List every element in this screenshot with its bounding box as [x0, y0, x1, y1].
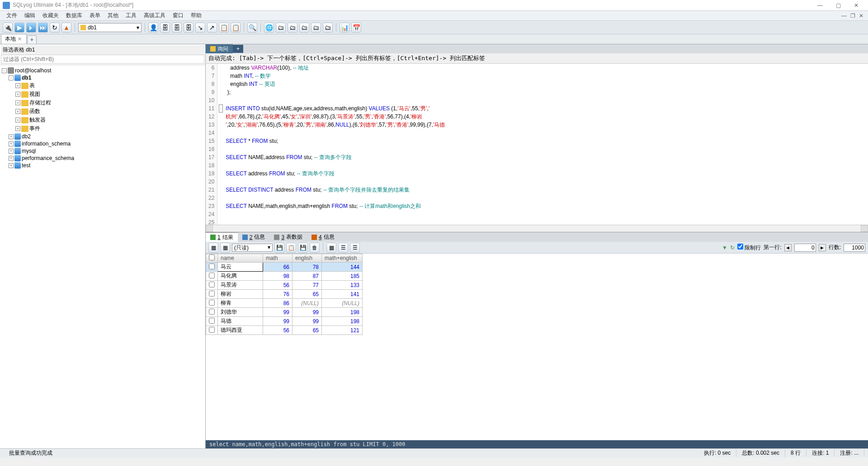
table-row[interactable]: 德玛西亚5665121	[206, 326, 363, 335]
tool-btn-13[interactable]: 🗂	[311, 23, 321, 33]
prev-page-button[interactable]: ◀	[784, 244, 792, 251]
first-row-input[interactable]	[794, 244, 816, 252]
tree-toggle-icon[interactable]: +	[15, 126, 20, 131]
row-checkbox[interactable]	[209, 264, 215, 269]
database-select[interactable]: db1 ▾	[78, 23, 142, 32]
grid-btn-2[interactable]: ▦	[220, 243, 230, 253]
stop-button[interactable]: ▲	[61, 23, 71, 33]
rows-input[interactable]	[844, 244, 865, 252]
view-text-btn[interactable]: ☰	[350, 243, 360, 253]
tool-btn-2[interactable]: 🗄	[172, 23, 182, 33]
tree-toggle-icon[interactable]: +	[15, 83, 20, 88]
tool-btn-6[interactable]: 📋	[219, 23, 229, 33]
filter-icon[interactable]: ▼	[722, 245, 727, 251]
maximize-button[interactable]: ▢	[829, 1, 847, 10]
tree-item[interactable]: + 存储过程	[0, 99, 205, 107]
menu-高级工具[interactable]: 高级工具	[140, 11, 169, 19]
row-checkbox[interactable]	[209, 300, 215, 306]
refresh-icon[interactable]: ↻	[730, 245, 735, 251]
tree-toggle-icon[interactable]: +	[15, 109, 20, 114]
tree-toggle-icon[interactable]: +	[9, 141, 14, 146]
table-row[interactable]: 柳岩7665141	[206, 290, 363, 299]
tree-item[interactable]: + db2	[0, 133, 205, 140]
new-connection-button[interactable]: 🔌	[3, 23, 13, 33]
delete-btn[interactable]: 🗑	[310, 243, 320, 253]
table-row[interactable]: 马化腾9887185	[206, 272, 363, 281]
menu-工具[interactable]: 工具	[122, 11, 140, 19]
child-restore-icon[interactable]: ❐	[849, 13, 857, 19]
tree-item[interactable]: + 表	[0, 81, 205, 90]
editor-hscrollbar[interactable]	[206, 225, 868, 232]
result-tab-3[interactable]: 3 表数据	[269, 232, 307, 242]
row-checkbox[interactable]	[209, 273, 215, 278]
tool-btn-4[interactable]: ↘	[195, 23, 205, 33]
minimize-button[interactable]: —	[811, 1, 829, 10]
grid-btn-1[interactable]: ▦	[208, 243, 218, 253]
tree-toggle-icon[interactable]: +	[15, 118, 20, 122]
connection-tab[interactable]: 本地 ✕	[1, 34, 27, 44]
tree-toggle-icon[interactable]: +	[15, 92, 20, 97]
table-row[interactable]: 马景涛5677133	[206, 281, 363, 290]
menu-数据库[interactable]: 数据库	[62, 11, 86, 19]
export-btn[interactable]: 💾	[274, 243, 284, 253]
tree-item[interactable]: - root@localhost	[0, 67, 205, 74]
tree-toggle-icon[interactable]: +	[9, 134, 14, 139]
tool-btn-9[interactable]: 🌐	[264, 23, 274, 33]
tool-btn-7[interactable]: 📋	[231, 23, 241, 33]
tool-btn-16[interactable]: 📅	[351, 23, 361, 33]
select-all-checkbox[interactable]	[209, 254, 215, 260]
sql-editor[interactable]: 678910111213141516171819202122232425 - a…	[206, 64, 868, 225]
tool-btn-11[interactable]: 🗂	[288, 23, 297, 33]
tool-btn-12[interactable]: 🗂	[299, 23, 309, 33]
tool-btn-5[interactable]: ↗	[207, 23, 217, 33]
row-checkbox[interactable]	[209, 282, 215, 287]
tree-item[interactable]: + mysql	[0, 147, 205, 155]
tree-toggle-icon[interactable]: +	[9, 163, 14, 168]
tree-toggle-icon[interactable]: +	[9, 156, 14, 161]
limit-checkbox[interactable]: 限制行	[737, 244, 761, 252]
tree-item[interactable]: + test	[0, 162, 205, 169]
tool-btn-3[interactable]: 🗄	[184, 23, 193, 33]
row-checkbox[interactable]	[209, 318, 215, 324]
user-button[interactable]: 👤	[148, 23, 158, 33]
tool-btn-1[interactable]: 🗄	[160, 23, 170, 33]
copy-btn[interactable]: 📋	[286, 243, 296, 253]
table-row[interactable]: 刘德华9999198	[206, 308, 363, 317]
menu-文件[interactable]: 文件	[3, 11, 21, 19]
tree-item[interactable]: + information_schema	[0, 140, 205, 147]
new-query-tab[interactable]: +	[233, 45, 243, 53]
new-connection-tab[interactable]: +	[27, 35, 37, 44]
schema-tree[interactable]: - root@localhost- db1+ 表+ 视图+ 存储过程+ 函数+ …	[0, 65, 205, 448]
result-grid[interactable]: namemathenglishmath+english马云6678144马化腾9…	[206, 254, 868, 440]
tool-btn-8[interactable]: 🔍	[247, 23, 257, 33]
tree-item[interactable]: + 触发器	[0, 116, 205, 124]
row-checkbox[interactable]	[209, 291, 215, 297]
col-header[interactable]: math	[263, 254, 292, 263]
table-row[interactable]: 马德9999198	[206, 317, 363, 326]
child-close-icon[interactable]: ✕	[857, 13, 865, 19]
table-row[interactable]: 马云6678144	[206, 263, 363, 272]
menu-其他[interactable]: 其他	[104, 11, 122, 19]
query-tab[interactable]: 询问	[206, 44, 233, 54]
menu-表单[interactable]: 表单	[86, 11, 104, 19]
tree-toggle-icon[interactable]: -	[2, 68, 7, 73]
close-button[interactable]: ✕	[847, 1, 865, 10]
tree-toggle-icon[interactable]: -	[9, 75, 14, 80]
result-tab-4[interactable]: 4 信息	[307, 232, 339, 242]
child-minimize-icon[interactable]: —	[840, 13, 849, 19]
tool-btn-15[interactable]: 📊	[340, 23, 349, 33]
tree-toggle-icon[interactable]: +	[9, 149, 14, 154]
refresh-button[interactable]: ↻	[50, 23, 60, 33]
exec-explain-button[interactable]: ⏭	[38, 23, 48, 33]
scroll-left-icon[interactable]	[206, 225, 213, 232]
table-row[interactable]: 柳青86(NULL)(NULL)	[206, 299, 363, 308]
scroll-right-icon[interactable]	[861, 225, 868, 232]
tree-item[interactable]: + 视图	[0, 90, 205, 99]
result-tab-2[interactable]: 2 信息	[238, 232, 270, 242]
menu-窗口[interactable]: 窗口	[169, 11, 187, 19]
view-form-btn[interactable]: ☰	[338, 243, 348, 253]
col-header[interactable]: math+english	[322, 254, 363, 263]
tree-item[interactable]: + performance_schema	[0, 155, 205, 162]
readonly-select[interactable]: (只读) ▾	[232, 244, 273, 252]
exec-all-button[interactable]: ⏵	[26, 23, 36, 33]
